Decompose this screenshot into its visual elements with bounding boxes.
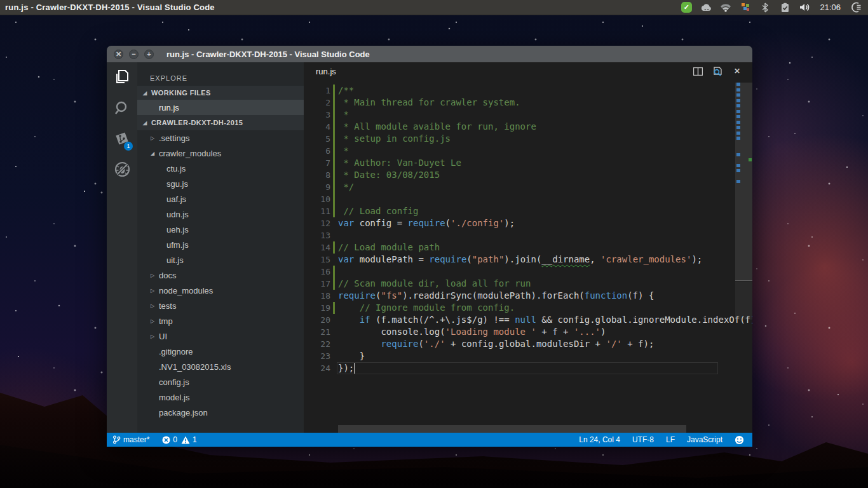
gutter[interactable]: 14: [304, 241, 338, 254]
gutter[interactable]: 9: [304, 181, 338, 193]
gutter[interactable]: 12: [304, 217, 338, 229]
gutter[interactable]: 3: [304, 109, 338, 121]
debug-icon[interactable]: [107, 154, 137, 184]
code-line-14[interactable]: 14// Load module path: [304, 241, 735, 254]
tree-file-config.js[interactable]: config.js: [137, 374, 304, 390]
open-preview-icon[interactable]: [712, 66, 722, 76]
gutter[interactable]: 1: [304, 85, 338, 97]
code-line-21[interactable]: 21 console.log('Loading module ' + f + '…: [304, 326, 735, 338]
gutter[interactable]: 19: [304, 302, 338, 314]
code-line-11[interactable]: 11 // Load config: [304, 205, 735, 217]
code-line-7[interactable]: 7 * Author: Van-Duyet Le: [304, 157, 735, 169]
tree-folder-node_modules[interactable]: ▷node_modules: [137, 283, 304, 298]
code-line-12[interactable]: 12var config = require('./config');: [304, 217, 735, 229]
skype-status-icon[interactable]: ✓: [681, 2, 692, 13]
code-line-17[interactable]: 17// Scan module dir, load all for run: [304, 278, 735, 290]
gutter[interactable]: 23: [304, 350, 338, 362]
gutter[interactable]: 20: [304, 314, 338, 326]
clock[interactable]: 21:06: [820, 3, 841, 12]
gutter[interactable]: 6: [304, 145, 338, 157]
tree-file-uaf.js[interactable]: uaf.js: [137, 191, 304, 207]
tree-file-uit.js[interactable]: uit.js: [137, 252, 304, 268]
code-area[interactable]: 1/**2 * Main thread for crawler system.3…: [304, 80, 752, 425]
code-line-6[interactable]: 6 *: [304, 145, 735, 157]
gutter[interactable]: 2: [304, 97, 338, 109]
code-line-23[interactable]: 23 }: [304, 350, 735, 362]
split-editor-icon[interactable]: [693, 66, 703, 76]
tree-folder-tests[interactable]: ▷tests: [137, 298, 304, 313]
gutter[interactable]: 24: [304, 362, 338, 374]
tree-file-package.json[interactable]: package.json: [137, 405, 304, 420]
tree-folder-docs[interactable]: ▷docs: [137, 268, 304, 283]
git-icon[interactable]: 1: [107, 123, 137, 154]
code-line-20[interactable]: 20 if (f.match(/^.+\.js$/g) !== null && …: [304, 314, 735, 326]
open-file-label[interactable]: run.js: [316, 67, 336, 76]
gutter[interactable]: 16: [304, 266, 338, 278]
tree-file-run.js[interactable]: run.js: [137, 100, 304, 115]
working-files-header[interactable]: ◢ WORKING FILES: [137, 86, 304, 100]
gutter[interactable]: 4: [304, 121, 338, 133]
bluetooth-icon[interactable]: [759, 2, 771, 13]
search-icon[interactable]: [107, 93, 137, 123]
tree-file-udn.js[interactable]: udn.js: [137, 207, 304, 222]
tree-folder-UI[interactable]: ▷UI: [137, 329, 304, 344]
tree-file-.NV1_03082015.xls[interactable]: .NV1_03082015.xls: [137, 359, 304, 374]
gutter[interactable]: 8: [304, 169, 338, 181]
code-line-16[interactable]: 16: [304, 266, 735, 278]
cursor-position[interactable]: Ln 24, Col 4: [579, 435, 620, 444]
gutter[interactable]: 5: [304, 133, 338, 145]
encoding-indicator[interactable]: UTF-8: [632, 435, 654, 444]
tree-folder-.settings[interactable]: ▷.settings: [137, 130, 304, 146]
gutter[interactable]: 15: [304, 254, 338, 266]
feedback-smiley-icon[interactable]: [735, 435, 744, 445]
code-line-22[interactable]: 22 require('./' + config.global.modulesD…: [304, 338, 735, 350]
project-folder-header[interactable]: ◢ CRAWLER-DKXT-DH-2015: [137, 115, 304, 130]
window-close-button[interactable]: ✕: [114, 50, 123, 59]
code-line-9[interactable]: 9 */: [304, 181, 735, 193]
gutter[interactable]: 21: [304, 326, 338, 338]
error-count[interactable]: 0: [162, 435, 177, 444]
eol-indicator[interactable]: LF: [666, 435, 675, 444]
code-line-8[interactable]: 8 * Date: 03/08/2015: [304, 169, 735, 181]
gutter[interactable]: 11: [304, 205, 338, 217]
gutter[interactable]: 7: [304, 157, 338, 169]
warning-count[interactable]: 1: [181, 435, 197, 444]
tree-file-.gitignore[interactable]: .gitignore: [137, 344, 304, 359]
software-updater-icon[interactable]: [779, 2, 790, 13]
code-line-2[interactable]: 2 * Main thread for crawler system.: [304, 97, 735, 109]
volume-icon[interactable]: [799, 2, 810, 13]
code-line-4[interactable]: 4 * All module avaible for run, ignore: [304, 121, 735, 133]
explorer-icon[interactable]: [107, 62, 137, 93]
tree-file-ueh.js[interactable]: ueh.js: [137, 222, 304, 237]
code-line-19[interactable]: 19 // Ignore module from config.: [304, 302, 735, 314]
tree-file-ctu.js[interactable]: ctu.js: [137, 161, 304, 176]
horizontal-scrollbar[interactable]: [338, 425, 686, 433]
close-editor-icon[interactable]: ✕: [732, 66, 742, 76]
code-line-18[interactable]: 18require("fs").readdirSync(modulePath).…: [304, 290, 735, 302]
window-maximize-button[interactable]: +: [144, 50, 154, 59]
code-line-15[interactable]: 15var modulePath = require("path").join(…: [304, 254, 735, 266]
session-menu-icon[interactable]: [850, 2, 862, 13]
variety-icon[interactable]: [740, 2, 751, 13]
tree-file-ufm.js[interactable]: ufm.js: [137, 237, 304, 252]
language-indicator[interactable]: JavaScript: [687, 435, 722, 444]
tree-folder-crawler_modules[interactable]: ◢crawler_modules: [137, 146, 304, 161]
tree-folder-tmp[interactable]: ▷tmp: [137, 313, 304, 329]
wifi-icon[interactable]: [720, 2, 731, 13]
code-line-10[interactable]: 10: [304, 193, 735, 205]
cloud-sync-icon[interactable]: [700, 2, 712, 13]
tree-file-model.js[interactable]: model.js: [137, 390, 304, 405]
tree-file-sgu.js[interactable]: sgu.js: [137, 176, 304, 191]
vertical-scrollbar[interactable]: [735, 80, 752, 425]
git-branch-status[interactable]: master*: [112, 435, 149, 444]
gutter[interactable]: 10: [304, 193, 338, 205]
code-line-1[interactable]: 1/**: [304, 85, 735, 97]
code-line-24[interactable]: 24});: [304, 362, 735, 374]
code-line-3[interactable]: 3 *: [304, 109, 735, 121]
window-titlebar[interactable]: ✕ − + run.js - Crawler-DKXT-DH-2015 - Vi…: [107, 46, 752, 62]
code-line-5[interactable]: 5 * setup in config.js: [304, 133, 735, 145]
gutter[interactable]: 13: [304, 229, 338, 241]
gutter[interactable]: 17: [304, 278, 338, 290]
code-line-13[interactable]: 13: [304, 229, 735, 241]
gutter[interactable]: 22: [304, 338, 338, 350]
